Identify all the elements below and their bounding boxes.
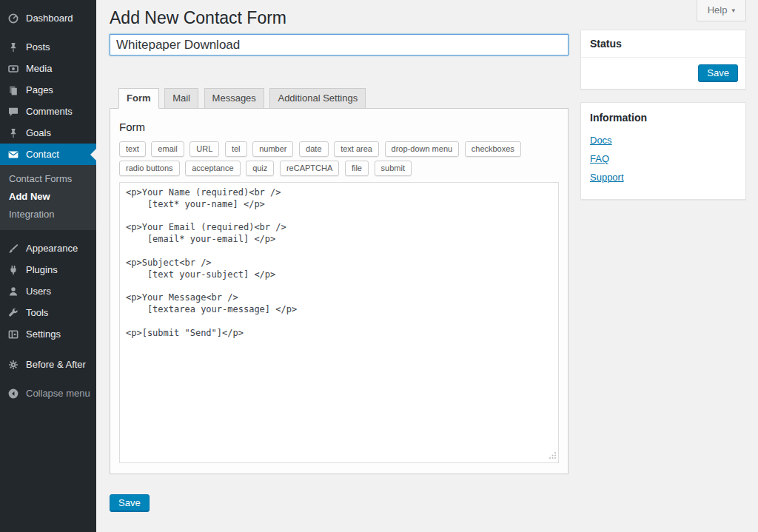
sidebar-item-label: Users: [26, 286, 51, 297]
tab-mail[interactable]: Mail: [164, 88, 198, 109]
pushpin-icon: [7, 127, 19, 139]
tag-button-acceptance[interactable]: acceptance: [185, 161, 240, 176]
help-dropdown-button[interactable]: Help ▾: [697, 0, 746, 21]
tag-button-text-area[interactable]: text area: [334, 141, 379, 157]
save-button[interactable]: Save: [110, 494, 150, 512]
collapse-arrow-icon: [7, 387, 19, 400]
dashboard-icon: [7, 12, 19, 24]
support-link[interactable]: Support: [590, 172, 737, 183]
menu-separator: [0, 29, 96, 36]
envelope-icon: [7, 148, 19, 161]
status-box: Status Save: [580, 30, 746, 90]
faq-link[interactable]: FAQ: [590, 153, 737, 164]
submenu-item-integration[interactable]: Integration: [0, 206, 96, 223]
form-title-input[interactable]: [110, 34, 568, 55]
menu-separator: [0, 345, 96, 354]
tag-button-url[interactable]: URL: [190, 141, 219, 157]
form-template-textarea[interactable]: <p>Your Name (required)<br /> [text* you…: [119, 182, 559, 463]
menu-separator: [0, 230, 96, 238]
sidebar-item-label: Plugins: [26, 265, 58, 275]
wrench-icon: [7, 306, 19, 319]
sidebar-item-contact[interactable]: Contact: [0, 144, 96, 165]
tag-button-tel[interactable]: tel: [225, 141, 247, 157]
sidebar-item-label: Collapse menu: [26, 388, 90, 399]
media-icon: [7, 62, 19, 75]
sidebar-item-tools[interactable]: Tools: [0, 302, 96, 323]
sidebar-item-label: Posts: [26, 42, 50, 53]
sidebar-item-label: Goals: [26, 128, 51, 138]
information-box: Information Docs FAQ Support: [580, 102, 746, 200]
pushpin-icon: [7, 41, 19, 53]
tag-button-number[interactable]: number: [252, 141, 293, 157]
tab-form[interactable]: Form: [118, 88, 159, 109]
contact-submenu: Contact Forms Add New Integration: [0, 165, 96, 230]
sidebar-item-dashboard[interactable]: Dashboard: [0, 7, 96, 29]
tag-button-drop-down-menu[interactable]: drop-down menu: [385, 141, 460, 157]
settings-icon: [7, 328, 19, 340]
sidebar-item-label: Before & After: [26, 360, 86, 370]
sidebar-item-label: Dashboard: [26, 13, 73, 24]
form-tab-panel: Form text email URL tel number date text…: [110, 108, 568, 474]
resize-handle[interactable]: [549, 451, 557, 459]
collapse-menu-button[interactable]: Collapse menu: [0, 383, 96, 404]
tag-button-submit[interactable]: submit: [375, 161, 412, 176]
tag-button-date[interactable]: date: [299, 141, 328, 157]
gear-icon: [7, 358, 19, 371]
tag-button-text[interactable]: text: [119, 141, 146, 157]
sidebar-item-users[interactable]: Users: [0, 280, 96, 302]
submenu-item-add-new[interactable]: Add New: [0, 188, 96, 206]
sidebar-item-posts[interactable]: Posts: [0, 36, 96, 58]
sidebar-item-label: Appearance: [26, 243, 78, 254]
tag-button-recaptcha[interactable]: reCAPTCHA: [280, 161, 339, 176]
tag-button-file[interactable]: file: [345, 161, 369, 176]
tag-button-radio-buttons[interactable]: radio buttons: [119, 161, 180, 176]
editor-tabs: Form Mail Messages Additional Settings: [110, 88, 568, 108]
tag-button-checkboxes[interactable]: checkboxes: [465, 141, 521, 157]
sidebar-item-goals[interactable]: Goals: [0, 122, 96, 144]
menu-separator: [0, 375, 96, 383]
sidebar-item-plugins[interactable]: Plugins: [0, 259, 96, 280]
content-area: Help ▾ Add New Contact Form Form Mail Me…: [96, 0, 758, 532]
status-save-button[interactable]: Save: [698, 64, 738, 82]
sidebar-item-label: Tools: [26, 308, 48, 318]
pages-icon: [7, 84, 19, 96]
sidebar-item-label: Comments: [26, 107, 73, 117]
tag-button-email[interactable]: email: [151, 141, 184, 157]
comment-bubble-icon: [7, 105, 19, 118]
tag-button-quiz[interactable]: quiz: [246, 161, 274, 176]
sidebar-item-label: Media: [26, 64, 52, 74]
tag-generator-toolbar: text email URL tel number date text area…: [119, 141, 559, 180]
sidebar-item-comments[interactable]: Comments: [0, 101, 96, 122]
sidebar-item-pages[interactable]: Pages: [0, 79, 96, 101]
brush-icon: [7, 242, 19, 255]
sidebar-item-media[interactable]: Media: [0, 58, 96, 79]
chevron-down-icon: ▾: [731, 7, 735, 14]
user-icon: [7, 285, 19, 297]
docs-link[interactable]: Docs: [590, 135, 737, 146]
admin-sidebar: Dashboard Posts Media Pages Comments Goa…: [0, 0, 96, 532]
sidebar-item-appearance[interactable]: Appearance: [0, 238, 96, 259]
sidebar-item-label: Contact: [26, 149, 59, 160]
page-title: Add New Contact Form: [110, 0, 568, 34]
tab-messages[interactable]: Messages: [204, 88, 264, 109]
information-box-title: Information: [590, 112, 737, 124]
sidebar-item-settings[interactable]: Settings: [0, 323, 96, 345]
plug-icon: [7, 263, 19, 276]
sidebar-item-before-after[interactable]: Before & After: [0, 354, 96, 375]
panel-heading: Form: [119, 121, 559, 133]
sidebar-item-label: Pages: [26, 85, 53, 95]
side-column: Status Save Information Docs FAQ Support: [580, 0, 746, 512]
status-box-title: Status: [581, 30, 745, 58]
help-label: Help: [708, 4, 728, 16]
tab-additional-settings[interactable]: Additional Settings: [269, 88, 366, 109]
submenu-item-contact-forms[interactable]: Contact Forms: [0, 170, 96, 188]
sidebar-item-label: Settings: [26, 329, 61, 340]
